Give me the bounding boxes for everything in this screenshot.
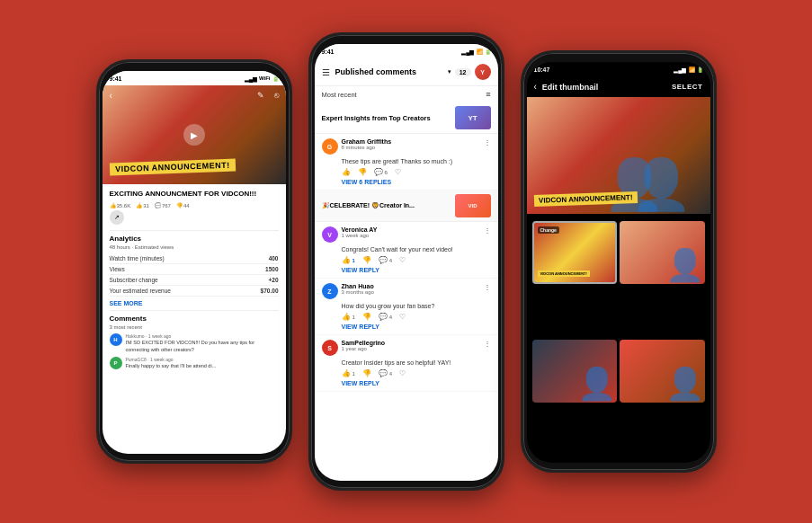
comment-header-2: V Veronica AY 1 week ago ⋮ — [322, 226, 491, 243]
video-title: EXCITING ANNOUNCMENT FOR VIDCON!!! — [110, 190, 279, 199]
comments-section: Comments 3 most recent H Hakkumo · 1 wee… — [110, 315, 279, 368]
view-replies-2[interactable]: VIEW REPLY — [342, 267, 491, 273]
video-banner: VIDCON ANNOUNCEMENT! — [109, 159, 235, 176]
view-replies-4[interactable]: VIEW REPLY — [342, 380, 491, 386]
hamburger-icon[interactable]: ☰ — [322, 67, 330, 77]
section-label-2: 🎉CELEBRATE! 🦁Creator In... — [322, 202, 450, 209]
back-icon[interactable]: ‹ — [110, 91, 112, 101]
signal-icon-2: ▂▄▆ — [461, 49, 474, 55]
dislike-button-3[interactable]: 👎 — [362, 313, 371, 321]
status-icons-2: ▂▄▆ 📶 🔋 — [461, 49, 490, 55]
comment-info-2: Veronica AY 1 week ago — [342, 226, 480, 238]
dislikes-stat: 👎 44 — [176, 202, 190, 208]
wifi-icon-2: 📶 — [477, 49, 483, 55]
likes-stat: 👍 31 — [136, 202, 149, 208]
comment-info-1: Graham Griffiths 8 minutes ago — [342, 138, 480, 150]
phone-1: 9:41 ▂▄▆ WiFi 🔋 ‹ ✎ ⎋ ▶ VIDCON ANNOUNCEM… — [96, 59, 292, 464]
revenue-value: $70.00 — [261, 288, 279, 294]
time-1: 9:41 — [110, 75, 122, 82]
comment-meta-1: Hakkumo · 1 week ago — [126, 333, 279, 339]
status-bar-3: 10:47 ▂▄▆ 📶 🔋 — [527, 62, 710, 76]
comment-block-1: G Graham Griffiths 8 minutes ago ⋮ These… — [315, 134, 498, 191]
comment-header-1: G Graham Griffiths 8 minutes ago ⋮ — [322, 138, 491, 155]
comment-time-1: 8 minutes ago — [342, 145, 480, 150]
comment-info-4: SamPellegrino 1 year ago — [342, 340, 480, 351]
status-icons-3: ▂▄▆ 📶 🔋 — [674, 66, 702, 73]
reply-button-1[interactable]: 💬 6 — [374, 168, 388, 176]
wifi-icon: WiFi — [259, 75, 271, 81]
comments-list: Expert Insights from Top Creators YT G G… — [315, 102, 498, 481]
comment-author-3: Zhan Huao — [342, 283, 480, 289]
signal-icon: ▂▄▆ — [245, 75, 257, 82]
more-icon-4[interactable]: ⋮ — [484, 340, 491, 348]
watchtime-value: 400 — [269, 255, 279, 262]
status-icons-1: ▂▄▆ WiFi 🔋 — [245, 75, 279, 82]
heart-button-3[interactable]: ♡ — [399, 313, 406, 321]
comments-badge: 12 — [455, 68, 471, 76]
avatar-2: P — [110, 357, 122, 369]
comment-meta-2: PumaGC8 · 1 week ago — [126, 357, 217, 362]
reply-button-2[interactable]: 💬 4 — [379, 256, 392, 264]
comment-actions-1: 👍 👎 💬 6 ♡ — [342, 168, 491, 176]
more-icon-2[interactable]: ⋮ — [484, 226, 491, 235]
reply-button-4[interactable]: 💬 4 — [379, 369, 392, 377]
select-button[interactable]: SELECT — [672, 83, 703, 91]
dislike-button-2[interactable]: 👎 — [362, 256, 371, 264]
sub-value: +20 — [268, 277, 278, 283]
share-icon[interactable]: ⎋ — [274, 91, 279, 100]
dislike-button-1[interactable]: 👎 — [358, 168, 367, 176]
back-button[interactable]: ‹ — [534, 82, 537, 92]
more-icon-3[interactable]: ⋮ — [484, 283, 491, 291]
comment-body-3: How did you grow your fan base? — [342, 302, 491, 310]
filter-label[interactable]: Most recent — [322, 91, 357, 99]
thumbnail-option-4[interactable]: 👤 — [620, 340, 705, 403]
thumbnail-option-1[interactable]: Change VIDCON ANNOUNCEMENT! — [532, 221, 618, 284]
play-button[interactable]: ▶ — [183, 124, 205, 146]
see-more-link[interactable]: SEE MORE — [110, 300, 279, 306]
more-icon-1[interactable]: ⋮ — [484, 138, 491, 146]
time-3: 10:47 — [534, 66, 550, 73]
view-replies-3[interactable]: VIEW REPLY — [342, 324, 491, 330]
video-thumbnail[interactable]: ‹ ✎ ⎋ ▶ VIDCON ANNOUNCEMENT! — [103, 85, 286, 184]
like-button-2[interactable]: 👍 1 — [342, 256, 355, 264]
like-button-4[interactable]: 👍 1 — [342, 369, 355, 377]
signal-icon-3: ▂▄▆ — [674, 66, 686, 73]
p2-header: ☰ Published comments ▾ 12 Y — [315, 58, 498, 86]
phone-3: 10:47 ▂▄▆ 📶 🔋 ‹ Edit thumbnail SELECT 👤 … — [521, 50, 717, 473]
heart-button-4[interactable]: ♡ — [399, 369, 406, 377]
thumbnail-option-3[interactable]: 👤 — [532, 340, 618, 403]
dislike-button-4[interactable]: 👎 — [362, 369, 371, 377]
phone-3-screen: 10:47 ▂▄▆ 📶 🔋 ‹ Edit thumbnail SELECT 👤 … — [527, 62, 710, 463]
video-stats: 👍 35.6K 👍 31 💬 767 👎 44 — [110, 202, 279, 208]
reply-button-3[interactable]: 💬 4 — [379, 313, 392, 321]
share-row: ↗ — [110, 210, 279, 225]
phone-2-screen: 9:41 ▂▄▆ 📶 🔋 ☰ Published comments ▾ 12 Y… — [315, 44, 498, 481]
share-circle[interactable]: ↗ — [110, 210, 124, 225]
phone-2: 9:41 ▂▄▆ 📶 🔋 ☰ Published comments ▾ 12 Y… — [308, 32, 504, 491]
filter-icon[interactable]: ≡ — [486, 90, 490, 99]
status-bar-2: 9:41 ▂▄▆ 📶 🔋 — [315, 44, 498, 58]
heart-button-2[interactable]: ♡ — [399, 256, 406, 264]
featured-thumbnail: YT — [455, 106, 491, 129]
like-button-1[interactable]: 👍 — [342, 168, 351, 176]
analytics-row-views: Views 1500 — [110, 264, 279, 275]
heart-button-1[interactable]: ♡ — [395, 168, 401, 176]
analytics-row-subscribers: Subscriber change +20 — [110, 275, 279, 286]
comment-avatar-4: S — [322, 340, 338, 356]
comment-block-4: S SamPellegrino 1 year ago ⋮ Creator Ins… — [315, 335, 498, 392]
view-replies-1[interactable]: VIEW 6 REPLIES — [342, 179, 491, 185]
like-button-3[interactable]: 👍 1 — [342, 313, 355, 321]
comment-info-3: Zhan Huao 3 months ago — [342, 283, 480, 295]
battery-icon-2: 🔋 — [485, 49, 491, 55]
wifi-icon-3: 📶 — [689, 66, 695, 73]
comment-body-4: Creator Insider tips are so helpful! YAY… — [342, 359, 491, 367]
featured-text: Expert Insights from Top Creators — [322, 114, 450, 122]
thumbnail-option-2[interactable]: 👤 — [620, 221, 705, 284]
main-thumbnail[interactable]: 👤 👤 VIDCON ANNOUNCEMENT! — [527, 97, 710, 214]
status-bar-1: 9:41 ▂▄▆ WiFi 🔋 — [103, 71, 286, 85]
comment-body-2: Congrats! Can't wait for your next video… — [342, 245, 491, 253]
user-avatar[interactable]: Y — [475, 64, 491, 80]
chevron-down-icon[interactable]: ▾ — [448, 68, 451, 75]
revenue-label: Your estimated revenue — [110, 288, 171, 294]
edit-icon[interactable]: ✎ — [257, 91, 264, 100]
